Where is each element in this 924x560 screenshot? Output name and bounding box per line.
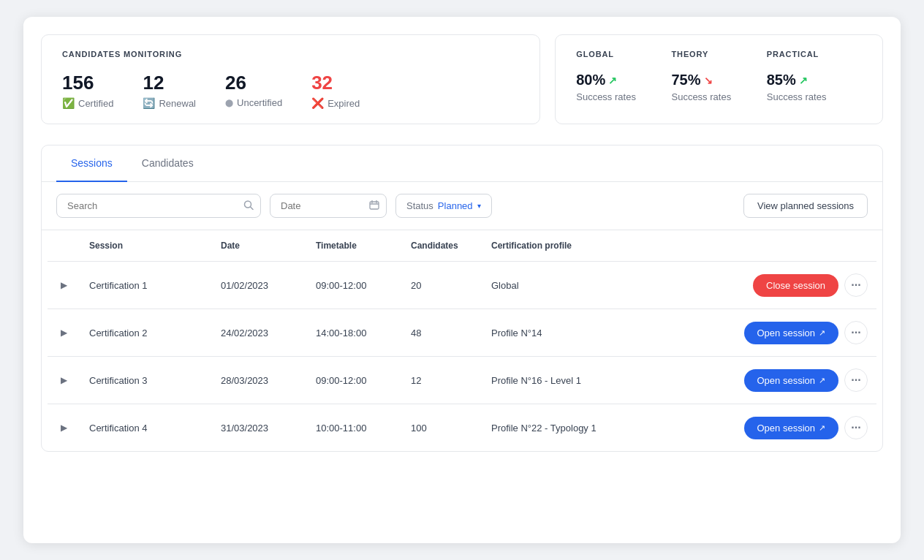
expand-row-button[interactable]: ▶ <box>56 326 72 339</box>
session-name-cell: Certification 4 <box>80 404 212 452</box>
calendar-icon <box>369 200 379 212</box>
status-label: Status <box>406 200 433 211</box>
close-session-button[interactable]: Close session <box>753 274 838 297</box>
session-name-cell: Certification 1 <box>80 262 212 309</box>
rate-theory-title: THEORY <box>671 50 766 58</box>
open-session-button[interactable]: Open session ↗ <box>744 417 839 439</box>
theory-arrow-icon: ↘ <box>704 75 713 86</box>
stat-uncertified: 26 ⬤ Uncertified <box>225 72 282 109</box>
more-options-button[interactable]: ··· <box>844 416 868 439</box>
expand-cell: ▶ <box>48 404 80 452</box>
timetable-cell: 10:00-11:00 <box>307 404 402 452</box>
th-session: Session <box>80 230 212 262</box>
table-header-row: Session Date Timetable Candidates Certif… <box>48 230 876 262</box>
expand-cell: ▶ <box>48 262 80 309</box>
certified-icon: ✅ <box>62 97 75 109</box>
rate-global: GLOBAL 80% ↗ Success rates <box>576 50 671 109</box>
table-row: ▶ Certification 2 24/02/2023 14:00-18:00… <box>48 309 876 357</box>
expired-icon: ❌ <box>311 97 324 109</box>
practical-arrow-icon: ↗ <box>799 75 808 86</box>
more-options-button[interactable]: ··· <box>844 273 868 297</box>
renewal-icon: 🔄 <box>143 97 155 109</box>
uncertified-icon: ⬤ <box>225 99 233 107</box>
stat-certified: 156 ✅ Certified <box>62 72 113 109</box>
global-arrow-icon: ↗ <box>608 75 617 86</box>
stat-certified-label: ✅ Certified <box>62 97 113 109</box>
candidates-cell: 20 <box>402 262 482 309</box>
main-container: CANDIDATES MONITORING 156 ✅ Certified 12… <box>23 17 901 543</box>
date-cell: 28/03/2023 <box>212 357 307 404</box>
candidates-cell: 100 <box>402 404 482 452</box>
date-input-wrapper <box>270 194 387 218</box>
rate-practical-label: Success rates <box>767 91 862 102</box>
th-actions <box>716 230 876 262</box>
rate-global-value: 80% ↗ <box>576 72 671 88</box>
stat-uncertified-label: ⬤ Uncertified <box>225 97 282 108</box>
more-options-button[interactable]: ··· <box>844 321 868 344</box>
rate-global-title: GLOBAL <box>576 50 671 58</box>
action-cell-wrapper: Close session ··· <box>724 273 868 297</box>
search-wrapper <box>56 194 261 218</box>
rate-practical-value: 85% ↗ <box>767 72 862 88</box>
expand-row-button[interactable]: ▶ <box>56 279 72 292</box>
open-session-button[interactable]: Open session ↗ <box>744 369 839 392</box>
toolbar: Status Planned ▾ View planned sessions <box>42 182 882 230</box>
status-filter[interactable]: Status Planned ▾ <box>395 194 492 218</box>
timetable-cell: 09:00-12:00 <box>307 357 402 404</box>
stat-expired-number: 32 <box>311 72 360 94</box>
expand-row-button[interactable]: ▶ <box>56 374 72 387</box>
status-value: Planned <box>438 200 473 211</box>
date-cell: 31/03/2023 <box>212 404 307 452</box>
sessions-table: Session Date Timetable Candidates Certif… <box>48 230 876 451</box>
profile-cell: Profile N°16 - Level 1 <box>482 357 716 404</box>
table-row: ▶ Certification 3 28/03/2023 09:00-12:00… <box>48 357 876 404</box>
th-profile: Certification profile <box>482 230 716 262</box>
date-cell: 24/02/2023 <box>212 309 307 357</box>
svg-line-1 <box>251 207 254 210</box>
rate-theory: THEORY 75% ↘ Success rates <box>671 50 766 109</box>
search-input[interactable] <box>56 194 261 218</box>
view-planned-sessions-button[interactable]: View planned sessions <box>743 194 868 218</box>
expand-cell: ▶ <box>48 309 80 357</box>
stat-expired: 32 ❌ Expired <box>311 72 360 109</box>
session-name-cell: Certification 3 <box>80 357 212 404</box>
svg-rect-2 <box>370 202 379 209</box>
sessions-table-wrapper: Session Date Timetable Candidates Certif… <box>42 230 882 451</box>
table-row: ▶ Certification 4 31/03/2023 10:00-11:00… <box>48 404 876 452</box>
stat-renewal-label: 🔄 Renewal <box>143 97 196 109</box>
th-expand <box>48 230 80 262</box>
candidates-cell: 48 <box>402 309 482 357</box>
external-link-icon: ↗ <box>819 328 825 338</box>
tab-candidates[interactable]: Candidates <box>127 145 208 182</box>
monitoring-card: CANDIDATES MONITORING 156 ✅ Certified 12… <box>41 34 540 124</box>
rates-card: GLOBAL 80% ↗ Success rates THEORY 75% ↘ … <box>555 34 883 124</box>
more-options-button[interactable]: ··· <box>844 368 868 392</box>
rate-theory-value: 75% ↘ <box>671 72 766 88</box>
timetable-cell: 09:00-12:00 <box>307 262 402 309</box>
profile-cell: Profile N°22 - Typology 1 <box>482 404 716 452</box>
profile-cell: Profile N°14 <box>482 309 716 357</box>
stat-uncertified-number: 26 <box>225 72 282 94</box>
expand-cell: ▶ <box>48 357 80 404</box>
session-name-cell: Certification 2 <box>80 309 212 357</box>
profile-cell: Global <box>482 262 716 309</box>
content-card: Sessions Candidates <box>41 145 883 452</box>
expand-row-button[interactable]: ▶ <box>56 421 72 434</box>
tab-sessions[interactable]: Sessions <box>56 145 127 182</box>
open-session-button[interactable]: Open session ↗ <box>744 322 839 344</box>
search-icon <box>243 200 254 212</box>
th-date: Date <box>212 230 307 262</box>
stat-renewal-number: 12 <box>143 72 196 94</box>
tabs-bar: Sessions Candidates <box>42 145 882 182</box>
actions-cell: Close session ··· <box>716 262 876 309</box>
external-link-icon: ↗ <box>819 376 825 385</box>
th-candidates: Candidates <box>402 230 482 262</box>
action-cell-wrapper: Open session ↗ ··· <box>724 368 868 392</box>
rate-practical-title: PRACTICAL <box>767 50 862 58</box>
stat-expired-label: ❌ Expired <box>311 97 360 109</box>
rate-theory-label: Success rates <box>671 91 766 102</box>
timetable-cell: 14:00-18:00 <box>307 309 402 357</box>
candidates-cell: 12 <box>402 357 482 404</box>
action-cell-wrapper: Open session ↗ ··· <box>724 321 868 344</box>
chevron-down-icon: ▾ <box>477 202 481 210</box>
